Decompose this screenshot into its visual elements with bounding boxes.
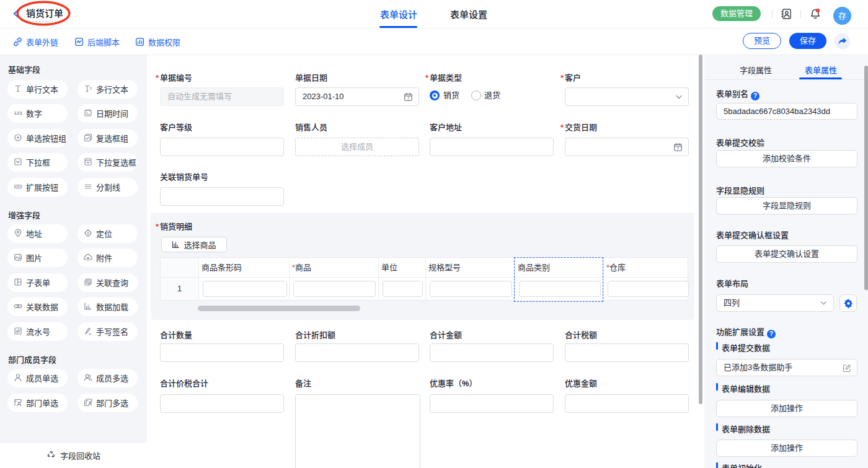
svg-text:7: 7 <box>677 146 680 151</box>
svg-text:7: 7 <box>407 96 410 100</box>
